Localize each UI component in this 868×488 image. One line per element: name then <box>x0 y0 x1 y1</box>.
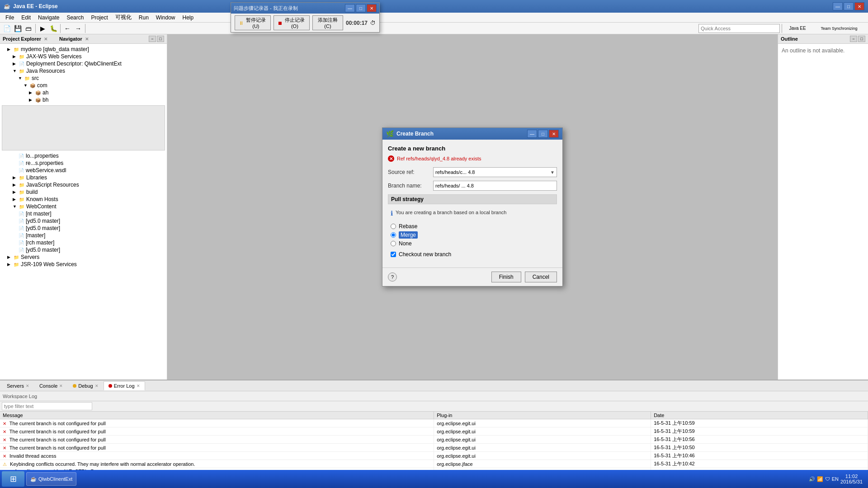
tree-item[interactable]: 📄 [master] <box>0 232 167 239</box>
forward-button[interactable]: → <box>73 23 83 33</box>
col-date[interactable]: Date <box>651 412 868 419</box>
table-row[interactable]: ✕ The current branch is not configured f… <box>0 419 868 427</box>
panel-minimize[interactable]: − <box>149 36 156 42</box>
tree-item[interactable]: 📄 [rch master] <box>0 239 167 246</box>
new-button[interactable]: 📄 <box>2 23 12 33</box>
tree-item[interactable]: ▶ 📦 bh <box>0 96 167 103</box>
tree-item[interactable]: ▶ 📄 Deployment Descriptor: QlwbClinentEx… <box>0 60 167 67</box>
tab-servers[interactable]: Servers ✕ <box>2 381 34 390</box>
tree-item[interactable]: 📄 [yd5.0 master] <box>0 217 167 225</box>
branch-name-input[interactable]: refs/heads/ ... 4.8 <box>433 181 557 191</box>
outline-maximize[interactable]: □ <box>858 36 865 42</box>
col-plugin[interactable]: Plug-in <box>434 412 651 419</box>
tree-item[interactable]: ▶ 📦 ah <box>0 89 167 96</box>
finish-button[interactable]: Finish <box>491 272 521 282</box>
tree-item[interactable]: 📄 [yd5.0 master] <box>0 225 167 232</box>
pause-record-button[interactable]: ⏸ 暂停记录(U) <box>235 15 271 30</box>
error-log-tab-close[interactable]: ✕ <box>137 384 140 388</box>
tab-console[interactable]: Console ✕ <box>34 381 68 390</box>
dialog-close[interactable]: ✕ <box>549 130 559 138</box>
tree-item[interactable]: ▶ 📁 Libraries <box>0 174 167 181</box>
debug-tab-close[interactable]: ✕ <box>95 384 99 388</box>
table-row[interactable]: ✕ The current branch is not configured f… <box>0 427 868 436</box>
tree-item[interactable]: ▶ 📁 Known Hosts <box>0 196 167 203</box>
back-button[interactable]: ← <box>62 23 72 33</box>
stop-record-button[interactable]: ⏹ 停止记录(O) <box>274 15 310 30</box>
app-title: Java EE - Eclipse <box>13 3 58 9</box>
tree-item[interactable]: ▶ 📁 mydemo [qlwb_data master] <box>0 46 167 53</box>
recording-minimize[interactable]: — <box>345 4 355 12</box>
cancel-button[interactable]: Cancel <box>525 272 557 282</box>
branch-name-label: Branch name: <box>388 183 433 189</box>
log-message: ✕ The current branch is not configured f… <box>0 427 434 436</box>
menu-run[interactable]: Run <box>135 14 152 22</box>
source-ref-select[interactable]: refs/heads/c... 4.8 ▼ <box>433 167 557 177</box>
menu-edit[interactable]: Edit <box>18 14 34 22</box>
recording-maximize[interactable]: □ <box>356 4 366 12</box>
col-message[interactable]: Message <box>0 412 434 419</box>
tree-item[interactable]: ▼ 📦 com <box>0 82 167 89</box>
none-radio[interactable] <box>391 241 396 246</box>
tree-item[interactable]: ▶ 📁 build <box>0 188 167 196</box>
merge-radio[interactable] <box>391 232 396 238</box>
menu-search[interactable]: Search <box>63 14 87 22</box>
tree-item[interactable]: 📄 [yd5.0 master] <box>0 246 167 253</box>
quick-access-input[interactable] <box>698 24 780 33</box>
menu-help[interactable]: Help <box>179 14 198 22</box>
save-all-button[interactable]: 🗃 <box>24 23 33 33</box>
radio-none[interactable]: None <box>391 240 557 247</box>
tab-debug[interactable]: Debug ✕ <box>68 381 103 390</box>
navigator-close-x[interactable]: ✕ <box>85 37 89 42</box>
menu-file[interactable]: File <box>2 14 18 22</box>
panel-close-x[interactable]: ✕ <box>44 37 47 42</box>
tree-item[interactable]: ▶ 📁 Servers <box>0 253 167 261</box>
tree-item[interactable]: ▶ 📁 JavaScript Resources <box>0 181 167 188</box>
menu-project[interactable]: Project <box>87 14 111 22</box>
log-scroll[interactable]: Message Plug-in Date ✕ The current branc… <box>0 412 868 479</box>
tree-item[interactable]: 📄 [nt master] <box>0 210 167 217</box>
save-button[interactable]: 💾 <box>13 23 23 33</box>
annotate-button[interactable]: 添加注释(C) <box>312 15 343 30</box>
table-row[interactable]: ✕ The current branch is not configured f… <box>0 444 868 452</box>
folder-icon: 📁 <box>19 182 25 188</box>
radio-merge[interactable]: Merge <box>391 231 557 239</box>
outline-minimize[interactable]: − <box>850 36 857 42</box>
panel-maximize[interactable]: □ <box>157 36 164 42</box>
checkout-checkbox[interactable] <box>391 252 396 257</box>
servers-tab-close[interactable]: ✕ <box>26 384 29 388</box>
close-button[interactable]: ✕ <box>854 2 864 10</box>
table-row[interactable]: ⚠ Keybinding conflicts occurred. They ma… <box>0 460 868 468</box>
tree-item[interactable]: ▶ 📁 JSR-109 Web Services <box>0 261 167 268</box>
menu-navigate[interactable]: Navigate <box>34 14 63 22</box>
tree-item[interactable]: ▼ 📁 src <box>0 75 167 82</box>
dialog-minimize[interactable]: — <box>527 130 537 138</box>
java-ee-perspective[interactable]: Java EE <box>784 23 811 33</box>
tree-item[interactable]: 📄 re...s.properties <box>0 160 167 167</box>
dialog-maximize[interactable]: □ <box>538 130 548 138</box>
help-button[interactable]: ? <box>388 272 397 282</box>
menu-window[interactable]: Window <box>152 14 179 22</box>
maximize-button[interactable]: □ <box>844 2 854 10</box>
minimize-button[interactable]: — <box>833 2 843 10</box>
tree-item[interactable]: 📄 webService.wsdl <box>0 167 167 174</box>
debug-button[interactable]: 🐛 <box>48 23 58 33</box>
filter-input[interactable] <box>2 402 92 410</box>
console-tab-close[interactable]: ✕ <box>59 384 63 388</box>
tree-item[interactable]: ▶ 📁 JAX-WS Web Services <box>0 53 167 60</box>
radio-rebase[interactable]: Rebase <box>391 223 557 230</box>
table-row[interactable]: ✕ Invalid thread access org.eclipse.egit… <box>0 452 868 460</box>
tree-item[interactable]: ▼ 📁 Java Resources <box>0 67 167 75</box>
rebase-radio[interactable] <box>391 224 396 229</box>
run-button[interactable]: ▶ <box>38 23 47 33</box>
menu-visual[interactable]: 可视化 <box>112 13 135 22</box>
recording-close[interactable]: ✕ <box>367 4 377 12</box>
tree-item[interactable]: ▼ 📁 WebContent <box>0 203 167 210</box>
taskbar-eclipse-item[interactable]: ☕ QlwbClinentExt <box>26 472 76 486</box>
tree-label: Java Resources <box>26 68 65 74</box>
tab-error-log[interactable]: Error Log ✕ <box>104 381 145 390</box>
table-row[interactable]: ✕ The current branch is not configured f… <box>0 436 868 444</box>
workspace: Project Explorer ✕ Navigator ✕ − □ ▶ 📁 m… <box>0 34 868 380</box>
start-button[interactable]: ⊞ <box>2 471 24 487</box>
team-sync-perspective[interactable]: Team Synchronizing <box>812 23 866 33</box>
tree-item[interactable]: 📄 lo...properties <box>0 152 167 160</box>
